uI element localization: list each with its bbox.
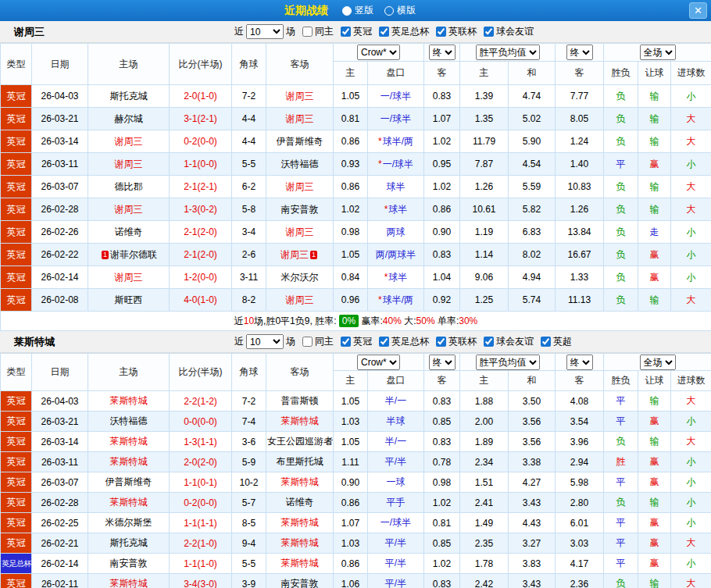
filter-checkbox-item[interactable]: 英联杯 [436,25,477,38]
asian-home-odds: 0.84 [334,266,368,289]
filter-checkbox[interactable] [341,27,351,37]
result-handicap-cell: 输 [638,130,671,153]
layout-horizontal-option[interactable]: 横版 [384,4,416,17]
filter-checkbox-item[interactable]: 英足总杯 [379,335,429,348]
radio-unselected-icon[interactable] [384,6,394,16]
filter-checkbox[interactable] [484,27,494,37]
euro-home-odds: 11.79 [460,130,509,153]
filter-checkbox-label: 同主 [315,25,334,38]
result-wdl-cell: 平 [604,554,638,574]
euro-final-select[interactable]: 终 [566,45,593,60]
euro-away-odds: 5.98 [556,472,604,493]
filter-checkbox[interactable] [302,27,313,37]
filter-checkbox[interactable] [541,337,551,347]
filter-checkbox-item[interactable]: 英冠 [341,335,372,348]
filter-checkbox-item[interactable]: 球会友谊 [484,335,534,348]
filter-checkbox-item[interactable]: 同主 [302,335,334,348]
filter-checkbox-item[interactable]: 英足总杯 [379,25,429,38]
asian-away-odds: 1.02 [424,176,460,198]
filter-checkbox-item[interactable]: 英联杯 [436,335,477,348]
handicap-cell: *球半 [368,266,424,289]
wdl-average-select[interactable]: 胜平负均值 [476,355,540,370]
asian-final-select[interactable]: 终 [429,355,456,370]
euro-away-odds: 6.01 [556,513,604,533]
euro-final-select[interactable]: 终 [566,355,593,370]
filter-checkbox[interactable] [341,337,351,347]
result-wdl-cell: 负 [604,130,638,153]
odds-company-select[interactable]: Crow* [357,355,400,370]
filter-checkbox[interactable] [484,337,494,347]
filter-checkbox-item[interactable]: 球会友谊 [484,25,534,38]
home-team-name: 莱斯特城 [110,436,148,447]
odds-company-select[interactable]: Crow* [357,45,400,60]
filter-checkbox-item[interactable]: 同主 [302,25,334,38]
filter-checkbox[interactable] [379,27,389,37]
result-handicap-cell: 赢 [638,533,671,554]
column-header: 客场 [266,354,334,391]
euro-home-odds: 9.06 [460,266,509,289]
filter-checkbox[interactable] [379,337,389,347]
euro-home-odds: 1.88 [460,391,509,412]
close-button[interactable]: ✕ [689,2,707,19]
filter-checkbox[interactable] [436,337,446,347]
date-cell: 26-03-11 [32,452,88,472]
home-team-name: 斯托克城 [110,537,148,548]
corner-cell: 5-5 [232,153,266,176]
euro-home-odds: 1.89 [460,432,509,452]
league-cell: 英冠 [1,391,32,412]
corner-cell: 5-5 [232,554,266,574]
match-count-select[interactable]: 10 [246,334,284,349]
home-team-cell: 沃特福德 [88,412,170,432]
filter-checkbox[interactable] [302,337,313,347]
score-cell: 1-1(0-0) [170,153,232,176]
away-team-cell: 谢周三 [266,221,334,244]
asian-home-odds: 1.11 [334,452,368,472]
euro-draw-odds: 3.50 [509,391,556,412]
asian-home-odds: 1.02 [334,198,368,221]
select-cell: 胜平负均值 [460,354,556,371]
result-goals-cell: 大 [671,391,711,412]
away-team-cell: 南安普敦 [266,574,334,588]
filter-checkbox-item[interactable]: 英超 [541,335,572,348]
asian-away-odds: 0.83 [424,432,460,452]
result-wdl-cell: 平 [604,153,638,176]
away-team-name: 南安普敦 [281,578,319,588]
result-goals-cell: 小 [671,412,711,432]
match-count-select[interactable]: 10 [246,24,284,39]
result-wdl-cell: 负 [604,244,638,266]
euro-home-odds: 1.35 [460,108,509,130]
score-cell: 4-0(1-0) [170,289,232,312]
result-wdl-cell: 平 [604,412,638,432]
euro-away-odds: 13.84 [556,221,604,244]
filter-checkbox-label: 英超 [553,335,572,348]
wdl-average-select[interactable]: 胜平负均值 [476,45,540,60]
asian-away-odds: 0.83 [424,85,460,108]
euro-draw-odds: 3.27 [509,533,556,554]
league-cell: 英冠 [1,493,32,513]
filter-checkbox-item[interactable]: 英冠 [341,25,372,38]
handicap-star: * [384,204,388,215]
scope-select[interactable]: 全场 [640,45,676,60]
filter-checkbox-label: 同主 [315,335,334,348]
asian-final-select[interactable]: 终 [429,45,456,60]
match-row: 英冠26-03-21赫尔城3-1(2-1)4-4谢周三0.81一/球半1.071… [1,108,711,130]
score-cell: 3-1(2-1) [170,108,232,130]
result-handicap-cell: 赢 [638,153,671,176]
filter-checkbox[interactable] [436,27,446,37]
date-cell: 26-03-14 [32,432,88,452]
matches-table: 类型日期主场比分(半场)角球客场Crow*终胜平负均值终全场主盘口客主和客胜负让… [0,43,711,331]
summary-segment: 单率: [435,315,459,326]
result-wdl-cell: 负 [604,221,638,244]
summary-segment: 场,胜0平1负9, 胜率: [254,315,339,326]
radio-selected-icon[interactable] [342,6,352,16]
asian-away-odds: 0.86 [424,198,460,221]
layout-horizontal-label: 横版 [397,4,416,17]
scope-select[interactable]: 全场 [640,355,676,370]
euro-away-odds: 7.77 [556,85,604,108]
score-cell: 2-1(2-1) [170,176,232,198]
handicap-cell: 半/一 [368,391,424,412]
filter-checkbox-label: 英冠 [353,25,372,38]
layout-vertical-option[interactable]: 竖版 [342,4,373,17]
away-team-name: 谢周三 [286,181,314,192]
euro-away-odds: 4.08 [556,391,604,412]
